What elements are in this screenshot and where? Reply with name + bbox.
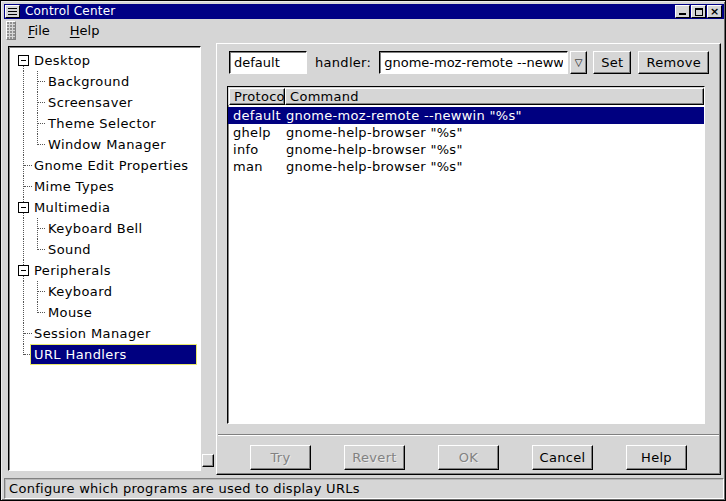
pane-resize-handle[interactable] xyxy=(202,454,214,467)
tree-item-label: Session Manager xyxy=(31,323,154,344)
url-handlers-panel: handler: ▽ Set Remove Protocol Command d… xyxy=(216,43,721,475)
handler-dropdown-button[interactable]: ▽ xyxy=(570,51,587,74)
try-button[interactable]: Try xyxy=(250,445,311,470)
cell-protocol: man xyxy=(228,158,286,175)
tree-item-theme-selector[interactable]: Theme Selector xyxy=(9,113,200,134)
protocol-input[interactable] xyxy=(229,51,307,74)
window-menu-icon xyxy=(8,8,17,15)
tree-item-multimedia[interactable]: Multimedia xyxy=(9,197,200,218)
menubar: FileHelp xyxy=(4,19,724,42)
tree-line xyxy=(23,113,24,134)
table-row-info[interactable]: infognome-help-browser "%s" xyxy=(228,141,704,158)
minimize-icon xyxy=(679,13,686,15)
tree-item-label: Sound xyxy=(45,239,94,260)
minus-icon xyxy=(21,270,26,271)
cell-protocol: info xyxy=(228,141,286,158)
close-icon: × xyxy=(710,7,719,17)
tree-item-label: Theme Selector xyxy=(45,113,159,134)
remove-button[interactable]: Remove xyxy=(638,51,709,74)
tree-line xyxy=(38,102,45,103)
tree-item-label: Mouse xyxy=(45,302,95,323)
tree-line xyxy=(23,92,24,113)
cell-command: gnome-moz-remote --newwin "%s" xyxy=(286,107,704,124)
tree-item-label: Window Manager xyxy=(45,134,169,155)
set-button[interactable]: Set xyxy=(593,51,631,74)
status-bar: Configure which programs are used to dis… xyxy=(4,478,724,499)
tree-item-sound[interactable]: Sound xyxy=(9,239,200,260)
menubar-grip[interactable] xyxy=(6,21,16,40)
tree-item-peripherals[interactable]: Peripherals xyxy=(9,260,200,281)
cancel-button[interactable]: Cancel xyxy=(532,445,593,470)
cell-command: gnome-help-browser "%s" xyxy=(286,158,704,175)
tree-item-label: Keyboard Bell xyxy=(45,218,146,239)
minus-icon xyxy=(21,60,26,61)
handler-input[interactable] xyxy=(379,51,568,74)
handler-label: handler: xyxy=(315,55,371,70)
table-row-default[interactable]: defaultgnome-moz-remote --newwin "%s" xyxy=(228,107,704,124)
tree-item-label: Mime Types xyxy=(31,176,117,197)
dialog-button-row: TryRevertOKCancelHelp xyxy=(217,444,720,470)
window-controls: × xyxy=(675,5,722,18)
control-center-window: Control Center × FileHelp DesktopBackgro… xyxy=(0,0,726,501)
menu-file[interactable]: File xyxy=(22,21,56,40)
table-body: defaultgnome-moz-remote --newwin "%s"ghe… xyxy=(228,105,704,175)
tree-line xyxy=(23,71,24,92)
tree-item-label: Peripherals xyxy=(31,260,114,281)
window-menu-button[interactable] xyxy=(5,5,20,18)
tree-line xyxy=(38,144,45,145)
tree-line xyxy=(23,218,24,239)
category-tree: DesktopBackgroundScreensaverTheme Select… xyxy=(8,46,201,471)
help-button[interactable]: Help xyxy=(626,445,687,470)
tree-expander-icon[interactable] xyxy=(18,265,29,276)
tree-line xyxy=(38,312,45,313)
tree-item-label: Background xyxy=(45,71,133,92)
tree-line xyxy=(23,302,24,323)
table-header: Protocol Command xyxy=(228,87,704,105)
tree-item-label: Gnome Edit Properties xyxy=(31,155,191,176)
tree-item-desktop[interactable]: Desktop xyxy=(9,50,200,71)
tree-line xyxy=(38,81,45,82)
status-text: Configure which programs are used to dis… xyxy=(5,481,360,496)
column-header-command[interactable]: Command xyxy=(285,88,704,105)
tree-item-gnome-edit-properties[interactable]: Gnome Edit Properties xyxy=(9,155,200,176)
tree-item-background[interactable]: Background xyxy=(9,71,200,92)
minimize-button[interactable] xyxy=(675,5,690,18)
tree-item-label: URL Handlers xyxy=(31,344,130,365)
tree-item-keyboard-bell[interactable]: Keyboard Bell xyxy=(9,218,200,239)
tree-item-mime-types[interactable]: Mime Types xyxy=(9,176,200,197)
handler-editor-row: handler: ▽ Set Remove xyxy=(229,51,709,74)
column-header-protocol[interactable]: Protocol xyxy=(229,88,285,105)
separator xyxy=(218,434,719,436)
maximize-button[interactable] xyxy=(691,5,706,18)
tree-item-screensaver[interactable]: Screensaver xyxy=(9,92,200,113)
tree-expander-icon[interactable] xyxy=(18,55,29,66)
tree-line xyxy=(38,249,45,250)
cell-command: gnome-help-browser "%s" xyxy=(286,141,704,158)
tree-line xyxy=(38,123,45,124)
tree-item-mouse[interactable]: Mouse xyxy=(9,302,200,323)
tree-line xyxy=(23,134,24,155)
table-row-ghelp[interactable]: ghelpgnome-help-browser "%s" xyxy=(228,124,704,141)
close-button[interactable]: × xyxy=(707,5,722,18)
revert-button[interactable]: Revert xyxy=(344,445,405,470)
tree-item-window-manager[interactable]: Window Manager xyxy=(9,134,200,155)
maximize-icon xyxy=(695,8,703,16)
tree-item-label: Desktop xyxy=(31,50,93,71)
cell-protocol: ghelp xyxy=(228,124,286,141)
menu-help[interactable]: Help xyxy=(64,21,106,40)
titlebar[interactable]: Control Center × xyxy=(4,4,724,19)
tree-item-url-handlers[interactable]: URL Handlers xyxy=(9,344,200,365)
tree-line xyxy=(23,239,24,260)
tree-line xyxy=(38,228,45,229)
tree-line xyxy=(38,291,45,292)
table-row-man[interactable]: mangnome-help-browser "%s" xyxy=(228,158,704,175)
tree-item-label: Screensaver xyxy=(45,92,136,113)
cell-protocol: default xyxy=(228,107,286,124)
tree-item-label: Keyboard xyxy=(45,281,115,302)
tree-item-keyboard[interactable]: Keyboard xyxy=(9,281,200,302)
tree-item-session-manager[interactable]: Session Manager xyxy=(9,323,200,344)
window-title: Control Center xyxy=(25,4,675,19)
tree-expander-icon[interactable] xyxy=(18,202,29,213)
ok-button[interactable]: OK xyxy=(438,445,499,470)
cell-command: gnome-help-browser "%s" xyxy=(286,124,704,141)
